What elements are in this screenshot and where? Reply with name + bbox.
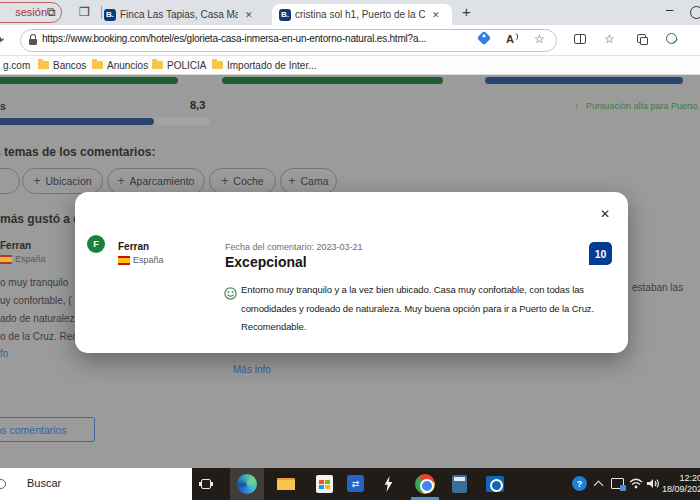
review-date: Fecha del comentario: 2023-03-21 [225,242,363,252]
lock-icon [29,39,37,45]
topic-chip-ubicacion[interactable]: + Ubicacion [22,168,103,194]
folder-icon [152,61,163,69]
search-icon [0,479,6,489]
bookmark-item[interactable]: g.com [3,60,30,71]
close-icon[interactable]: ✕ [598,205,612,223]
search-box[interactable]: Buscar [0,468,192,500]
date-label: 18/09/202 [658,484,700,495]
workspaces-icon[interactable]: ⧉ [47,5,56,19]
plus-icon: + [118,174,125,188]
bg-more-info-fragment[interactable]: fo [0,348,8,359]
minimize-button[interactable]: – [660,0,679,19]
score-bar-fill [0,118,154,125]
split-screen-icon[interactable] [574,34,586,44]
favorites-bar-icon[interactable]: ☆ [604,32,615,46]
topic-chip-coche[interactable]: + Coche [209,168,276,194]
photos-tray-icon[interactable] [611,478,624,489]
new-tab-button[interactable]: + [462,3,471,20]
bookmark-label: Importado de Inter... [227,60,317,71]
tab-title: cristina sol h1, Puerto de la Cruz [295,9,425,20]
booking-favicon-icon: B. [104,9,116,21]
browser-tab-finca[interactable]: B. Finca Las Tapias, Casa Mañé - Me ✕ [104,4,266,25]
tab-close-icon[interactable]: ✕ [429,10,443,20]
bg-review-line: o de la Cruz. Rec [0,331,77,342]
review-text: Entorno muy tranquilo y a la vez bien ub… [241,281,619,337]
smiley-icon [224,287,237,300]
reviewer-avatar: F [87,235,105,253]
topics-heading: s temas de los comentarios: [0,145,155,159]
help-icon[interactable]: ? [572,476,587,491]
collections-icon[interactable] [637,34,646,43]
plus-icon: + [288,174,295,188]
chip-label: Coche [233,175,263,187]
score-value: 8,3 [190,99,205,111]
category-label-fragment: s [0,100,6,112]
bg-reviewer-name: Ferran [0,240,31,251]
browser-tab-cristina[interactable]: B. cristina sol h1, Puerto de la Cruz ✕ [272,4,452,25]
score-badge: 10 [589,242,612,265]
windows-taskbar: Buscar ⇄ ? 12:20 18/09/202 [0,468,700,500]
bg-reviewer-country: España [15,254,46,264]
chrome-icon[interactable] [415,474,435,494]
bookmark-item[interactable]: Bancos [38,60,86,71]
favorite-star-icon[interactable]: ☆ [534,32,545,46]
liked-heading: más gustó a q [0,212,81,226]
bookmark-label: g.com [3,60,30,71]
wifi-icon[interactable] [629,478,643,489]
chip-label: Ubicacion [45,175,91,187]
task-view-icon[interactable] [201,479,211,489]
search-input[interactable]: Buscar [27,477,61,489]
chip-label: Aparcamiento [130,175,195,187]
tray-chevron-icon[interactable] [594,481,604,491]
score-note: Puntuación alta para Puerto d [586,101,700,111]
review-modal: ✕ F Ferran España Fecha del comentario: … [75,192,628,353]
show-all-comments-button[interactable]: dos los comentarios [0,417,95,442]
store-icon[interactable] [316,475,333,493]
edge-icon[interactable] [237,474,257,494]
topic-chip-cama[interactable]: + Cama [280,168,337,194]
folder-icon [38,61,49,69]
url-text[interactable]: https://www.booking.com/hotel/es/gloriet… [42,33,472,47]
screen: sesión ⧉ ❐ B. Finca Las Tapias, Casa Mañ… [0,0,700,500]
spain-flag-icon [0,255,12,264]
topic-chip-aparcamiento[interactable]: + Aparcamiento [107,168,205,194]
bookmark-item[interactable]: Importado de Inter... [212,60,317,71]
review-title: Excepcional [225,254,307,270]
bookmark-label: Bancos [53,60,86,71]
read-aloud-icon[interactable]: A [506,33,514,45]
bookmark-label: Anuncios [107,60,148,71]
outlook-icon[interactable] [486,476,504,492]
window-control-partial-icon[interactable] [690,6,700,19]
plus-icon: + [221,174,228,188]
plus-icon: + [33,174,40,188]
bookmark-item[interactable]: POLICIA [152,60,206,71]
bg-review-line: o muy tranquilo [0,277,68,288]
topic-chip-cut[interactable]: as [0,168,20,194]
tab-close-icon[interactable]: ✕ [242,10,256,20]
file-explorer-icon[interactable] [277,480,295,490]
sync-icon[interactable]: ⇄ [347,475,364,492]
more-info-link[interactable]: Más info [233,364,271,375]
tab-divider [101,6,102,19]
reload-icon[interactable]: ⟳ [0,33,4,48]
folder-icon [212,61,223,69]
score-bar [222,77,443,84]
score-bar [485,77,683,84]
browser-tab-bar: sesión ⧉ ❐ B. Finca Las Tapias, Casa Mañ… [0,0,700,25]
folder-icon [92,61,103,69]
wallet-icon[interactable] [666,33,677,44]
bg-right-fragment: estaban las [632,282,683,293]
calculator-icon[interactable] [452,475,467,493]
lightning-icon[interactable] [383,476,394,492]
trend-up-icon: ↑ [574,100,579,111]
chip-label: Cama [301,175,329,187]
taskbar-clock[interactable]: 12:20 18/09/202 [658,473,700,495]
time-label: 12:20 [658,473,700,484]
bookmark-label: POLICIA [167,60,206,71]
tab-title: Finca Las Tapias, Casa Mañé - Me [120,9,238,20]
bg-review-line: ado de naturalez [0,313,75,324]
bookmark-item[interactable]: Anuncios [92,60,148,71]
reviewer-name: Ferran [118,241,149,252]
tab-actions-icon[interactable]: ❐ [79,5,90,19]
bookmarks-bar: g.com Bancos Anuncios POLICIA Importado … [0,56,700,75]
